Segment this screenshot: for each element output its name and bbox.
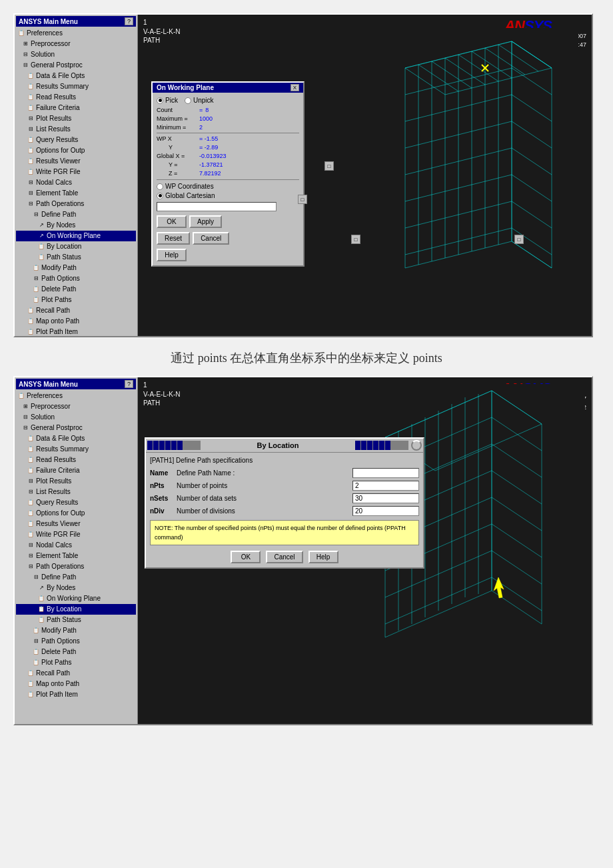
sidebar-item-on-working-plane[interactable]: ↗On Working Plane	[16, 231, 136, 241]
sidebar-2-read-results[interactable]: 📋Read Results	[16, 455, 136, 465]
sidebar-2-modify-path[interactable]: 📋Modify Path	[16, 625, 136, 636]
sidebar-item-data-file[interactable]: 📋Data & File Opts	[16, 71, 136, 81]
sidebar-item-element-table[interactable]: ⊟Element Table	[16, 188, 136, 199]
sidebar-item-by-location[interactable]: 📋By Location	[16, 241, 136, 252]
sidebar-2-element-table[interactable]: ⊟Element Table	[16, 551, 136, 561]
reset-button-1[interactable]: Reset	[157, 232, 190, 245]
graphic-btn-3[interactable]: □	[351, 235, 360, 244]
sidebar-2-data-file[interactable]: 📋Data & File Opts	[16, 433, 136, 444]
sidebar-item-path-ops[interactable]: ⊟Path Operations	[16, 199, 136, 209]
graphics-content-2: ANSYS JAN 5 2007 08:57:32 1 V-A-E-L-K-N …	[138, 377, 592, 724]
sidebar-2-failure-criteria[interactable]: 📋Failure Criteria	[16, 465, 136, 476]
sidebar-2-path-ops[interactable]: ⊟Path Operations	[16, 561, 136, 572]
sidebar-2-results-viewer[interactable]: 📋Results Viewer	[16, 519, 136, 529]
sidebar-item-nodal-calcs[interactable]: ⊟Nodal Calcs	[16, 177, 136, 188]
sidebar-2-on-working-plane[interactable]: 📋On Working Plane	[16, 593, 136, 604]
global-cart-label: Global Cartesian	[165, 192, 215, 199]
sidebar-item-general-postproc[interactable]: ⊟General Postproc	[16, 60, 136, 71]
ndiv-input[interactable]	[352, 506, 419, 516]
ok-button-1[interactable]: OK	[157, 215, 187, 228]
wp-coord-circle[interactable]	[157, 183, 163, 190]
sidebar-2-plot-results[interactable]: ⊟Plot Results	[16, 476, 136, 487]
sidebar-item-results-viewer[interactable]: 📋Results Viewer	[16, 156, 136, 167]
cancel-button-1[interactable]: Cancel	[193, 232, 229, 245]
sidebar-2-path-options[interactable]: ⊟Path Options	[16, 636, 136, 647]
pick-label: Pick	[165, 97, 178, 104]
sidebar-2-by-location[interactable]: 📋By Location	[16, 604, 136, 615]
graphic-btn-2[interactable]: □	[298, 195, 307, 204]
help-button-1[interactable]: Help	[157, 249, 187, 261]
sidebar-item-map-onto-path[interactable]: 📋Map onto Path	[16, 316, 136, 327]
sidebar-item-solution[interactable]: ⊟Solution	[16, 49, 136, 60]
wp-coord-radio[interactable]: WP Coordinates	[157, 183, 299, 190]
radio-group-pick: Pick Unpick	[157, 97, 299, 104]
pick-radio[interactable]	[157, 97, 163, 104]
sidebar-title-2: ANSYS Main Menu	[19, 381, 78, 388]
minus-icon8: ⊟	[32, 211, 40, 219]
sidebar-2-define-path[interactable]: ⊟Define Path	[16, 572, 136, 583]
sidebar-2-recall-path[interactable]: 📋Recall Path	[16, 668, 136, 679]
dialog-close-1[interactable]: X	[291, 84, 299, 91]
sidebar-item-read-results[interactable]: 📋Read Results	[16, 92, 136, 103]
b10: 📋	[37, 595, 45, 603]
sidebar-item-options-outp[interactable]: 📋Options for Outp	[16, 145, 136, 156]
sidebar-item-preferences[interactable]: 📋Preferences	[16, 28, 136, 39]
sidebar-2-write-pgr[interactable]: 📋Write PGR File	[16, 529, 136, 540]
sidebar-2-map-onto-path[interactable]: 📋Map onto Path	[16, 679, 136, 689]
min-row: Minimum = 2	[157, 124, 299, 131]
prog-seg-r5	[379, 441, 384, 450]
global-cart-radio[interactable]: Global Cartesian	[157, 192, 299, 199]
by-location-titlebar: By Location	[146, 439, 423, 453]
sidebar-item-preprocessor[interactable]: ⊞Preprocessor	[16, 39, 136, 49]
sidebar-item-plot-path-item[interactable]: 📋Plot Path Item	[16, 327, 136, 335]
sidebar-item-by-nodes[interactable]: ↗By Nodes	[16, 220, 136, 231]
note-box: NOTE: The number of specified points (nP…	[150, 520, 419, 545]
prog-seg-6	[177, 441, 183, 450]
unpick-radio[interactable]	[185, 97, 191, 104]
path-name-input-1[interactable]	[157, 202, 277, 211]
sidebar-item-define-path[interactable]: ⊟Define Path	[16, 209, 136, 220]
radio-unpick[interactable]: Unpick	[185, 97, 214, 104]
sidebar-2-delete-path[interactable]: 📋Delete Path	[16, 647, 136, 657]
sidebar-2-query-results[interactable]: 📋Query Results	[16, 497, 136, 508]
sidebar-item-write-pgr[interactable]: 📋Write PGR File	[16, 167, 136, 177]
sidebar-2-nodal-calcs[interactable]: ⊟Nodal Calcs	[16, 540, 136, 551]
sidebar-help-button[interactable]: ?	[125, 17, 133, 25]
radio-pick[interactable]: Pick	[157, 97, 178, 104]
sidebar-2-preferences[interactable]: 📋Preferences	[16, 391, 136, 401]
sidebar-item-path-status[interactable]: 📋Path Status	[16, 252, 136, 263]
by-loc-cancel-button[interactable]: Cancel	[266, 551, 303, 563]
sidebar-2-solution[interactable]: ⊟Solution	[16, 412, 136, 423]
sidebar-help-2[interactable]: ?	[125, 380, 133, 388]
sidebar-2-general-postproc[interactable]: ⊟General Postproc	[16, 423, 136, 433]
graphic-btn-4[interactable]: □	[514, 235, 524, 244]
sidebar-item-modify-path[interactable]: 📋Modify Path	[16, 263, 136, 273]
sidebar-item-results-summary[interactable]: 📋Results Summary	[16, 81, 136, 92]
sidebar-item-recall-path[interactable]: 📋Recall Path	[16, 305, 136, 316]
sidebar-2-plot-paths[interactable]: 📋Plot Paths	[16, 657, 136, 668]
sidebar-item-plot-paths[interactable]: 📋Plot Paths	[16, 295, 136, 305]
graphic-btn-1[interactable]: □	[324, 161, 334, 171]
sidebar-2-preprocessor[interactable]: ⊞Preprocessor	[16, 401, 136, 412]
sidebar-2-by-nodes[interactable]: ↗By Nodes	[16, 583, 136, 593]
sidebar-item-list-results[interactable]: ⊟List Results	[16, 124, 136, 135]
name-input[interactable]	[352, 468, 419, 478]
by-loc-ok-button[interactable]: OK	[231, 551, 261, 563]
global-cart-circle[interactable]	[157, 193, 163, 199]
apply-button-1[interactable]: Apply	[189, 215, 222, 228]
book-icon2: 📋	[27, 72, 35, 80]
sidebar-item-failure-criteria[interactable]: 📋Failure Criteria	[16, 103, 136, 113]
sidebar-item-plot-results[interactable]: ⊟Plot Results	[16, 113, 136, 124]
sidebar-2-options-outp[interactable]: 📋Options for Outp	[16, 508, 136, 519]
sidebar-2-path-status[interactable]: 📋Path Status	[16, 615, 136, 625]
sidebar-item-query-results[interactable]: 📋Query Results	[16, 135, 136, 145]
wpx-label: WP X	[157, 135, 197, 142]
by-loc-help-button[interactable]: Help	[308, 551, 338, 563]
sidebar-2-plot-path-item[interactable]: 📋Plot Path Item	[16, 689, 136, 697]
sidebar-item-path-options[interactable]: ⊟Path Options	[16, 273, 136, 284]
sidebar-2-results-summary[interactable]: 📋Results Summary	[16, 444, 136, 455]
sidebar-2-list-results[interactable]: ⊟List Results	[16, 487, 136, 497]
npts-input[interactable]	[352, 481, 419, 491]
sidebar-item-delete-path[interactable]: 📋Delete Path	[16, 284, 136, 295]
nsets-input[interactable]	[352, 493, 419, 503]
